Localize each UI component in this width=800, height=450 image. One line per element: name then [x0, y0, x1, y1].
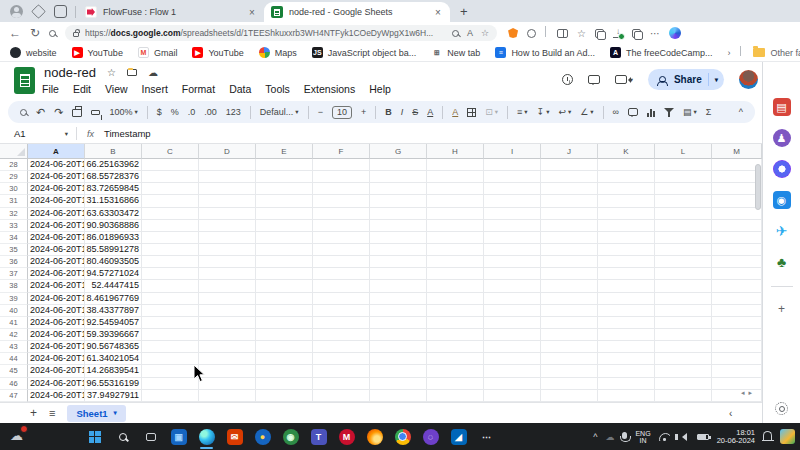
text-wrap-icon[interactable]: ↩▾: [558, 107, 571, 117]
onedrive-icon[interactable]: ☁: [605, 432, 614, 442]
column-header-G[interactable]: G: [370, 144, 427, 159]
cell[interactable]: [598, 305, 655, 317]
row-header[interactable]: 37: [0, 268, 28, 280]
bookmark-item[interactable]: AThe freeCodeCamp...: [610, 47, 713, 58]
menu-format[interactable]: Format: [182, 83, 215, 95]
value-cell[interactable]: 8.461967769: [85, 293, 142, 305]
cell[interactable]: [598, 195, 655, 207]
cell[interactable]: [370, 171, 427, 183]
cell[interactable]: [256, 232, 313, 244]
timestamp-cell[interactable]: 2024-06-20T12:2: [28, 390, 85, 402]
cell[interactable]: [199, 220, 256, 232]
cell[interactable]: [598, 268, 655, 280]
timestamp-cell[interactable]: 2024-06-20T12:2: [28, 378, 85, 390]
row-header[interactable]: 46: [0, 378, 28, 390]
cell[interactable]: [541, 280, 598, 292]
cell[interactable]: [712, 244, 762, 256]
cell[interactable]: [313, 256, 370, 268]
taskbar-mail-icon[interactable]: ✉: [224, 426, 245, 447]
cell[interactable]: [199, 390, 256, 402]
formula-content[interactable]: Timestamp: [104, 128, 151, 139]
cell[interactable]: [541, 293, 598, 305]
hidden-icons-chevron[interactable]: ^: [593, 432, 597, 442]
cell[interactable]: [655, 305, 712, 317]
timestamp-cell[interactable]: 2024-06-20T12:2: [28, 353, 85, 365]
url-text[interactable]: https://docs.google.com/spreadsheets/d/1…: [85, 28, 446, 38]
sheet-tab-sheet1[interactable]: Sheet1 ▾: [67, 405, 125, 422]
column-header-J[interactable]: J: [541, 144, 598, 159]
cell[interactable]: [541, 171, 598, 183]
cell[interactable]: [541, 353, 598, 365]
timestamp-cell[interactable]: 2024-06-20T12:2: [28, 293, 85, 305]
workspaces-icon[interactable]: [31, 4, 46, 19]
merge-cells-icon[interactable]: ⊡▾: [485, 107, 498, 117]
row-header[interactable]: 28: [0, 159, 28, 171]
cell[interactable]: [712, 268, 762, 280]
taskbar-mcafee-icon[interactable]: M: [336, 426, 357, 447]
value-cell[interactable]: 68.55728376: [85, 171, 142, 183]
redo-icon[interactable]: ↷: [54, 106, 63, 119]
timestamp-cell[interactable]: 2024-06-20T12:2: [28, 159, 85, 171]
cell[interactable]: [484, 329, 541, 341]
taskbar-start-icon[interactable]: [84, 426, 105, 447]
sheets-logo-icon[interactable]: [14, 67, 35, 94]
taskbar-task-view-icon[interactable]: [140, 426, 161, 447]
cell[interactable]: [712, 208, 762, 220]
paint-format-icon[interactable]: [91, 110, 100, 115]
cell[interactable]: [313, 293, 370, 305]
cell[interactable]: [484, 208, 541, 220]
cell[interactable]: [427, 195, 484, 207]
value-cell[interactable]: 38.43377897: [85, 305, 142, 317]
cell[interactable]: [427, 268, 484, 280]
cell[interactable]: [427, 341, 484, 353]
cell[interactable]: [142, 329, 199, 341]
meet-button[interactable]: ▾: [615, 75, 633, 84]
cell[interactable]: [370, 390, 427, 402]
cell[interactable]: [541, 256, 598, 268]
cell[interactable]: [142, 208, 199, 220]
cell[interactable]: [598, 353, 655, 365]
row-header[interactable]: 43: [0, 341, 28, 353]
cell[interactable]: [712, 232, 762, 244]
collections-icon[interactable]: [595, 29, 604, 38]
row-header[interactable]: 31: [0, 195, 28, 207]
browser-tab-flowfuse[interactable]: FlowFuse : Flow 1 ×: [78, 2, 264, 22]
cell[interactable]: [142, 353, 199, 365]
cell[interactable]: [313, 232, 370, 244]
increase-decimal-icon[interactable]: .00: [204, 107, 217, 117]
bookmark-item[interactable]: ▶YouTube: [72, 47, 123, 58]
menu-data[interactable]: Data: [229, 83, 251, 95]
fill-color-icon[interactable]: A: [452, 107, 458, 117]
more-formats-icon[interactable]: 123: [226, 107, 241, 117]
cell[interactable]: [484, 220, 541, 232]
cell[interactable]: [598, 390, 655, 402]
cell[interactable]: [427, 353, 484, 365]
cell[interactable]: [313, 329, 370, 341]
cell[interactable]: [427, 280, 484, 292]
cell[interactable]: [370, 208, 427, 220]
cell[interactable]: [427, 390, 484, 402]
zoom-select[interactable]: 100%▾: [109, 107, 137, 117]
cell[interactable]: [541, 232, 598, 244]
italic-icon[interactable]: I: [401, 107, 404, 117]
cell[interactable]: [712, 293, 762, 305]
value-cell[interactable]: 52.4447415: [85, 280, 142, 292]
cell[interactable]: [655, 293, 712, 305]
undo-icon[interactable]: ↶: [36, 106, 45, 119]
cell[interactable]: [598, 159, 655, 171]
cell[interactable]: [598, 220, 655, 232]
cell[interactable]: [256, 378, 313, 390]
cell[interactable]: [313, 390, 370, 402]
cell[interactable]: [370, 232, 427, 244]
cell[interactable]: [142, 280, 199, 292]
cell[interactable]: [256, 280, 313, 292]
value-cell[interactable]: 61.34021054: [85, 353, 142, 365]
addon-camera-icon[interactable]: ◉: [773, 191, 791, 209]
cell[interactable]: [313, 378, 370, 390]
value-cell[interactable]: 94.57271024: [85, 268, 142, 280]
timestamp-cell[interactable]: 2024-06-20T12:2: [28, 256, 85, 268]
cell[interactable]: [199, 341, 256, 353]
insert-link-icon[interactable]: ∞: [613, 107, 619, 117]
name-box[interactable]: A1▾: [0, 128, 76, 139]
cell[interactable]: [199, 256, 256, 268]
